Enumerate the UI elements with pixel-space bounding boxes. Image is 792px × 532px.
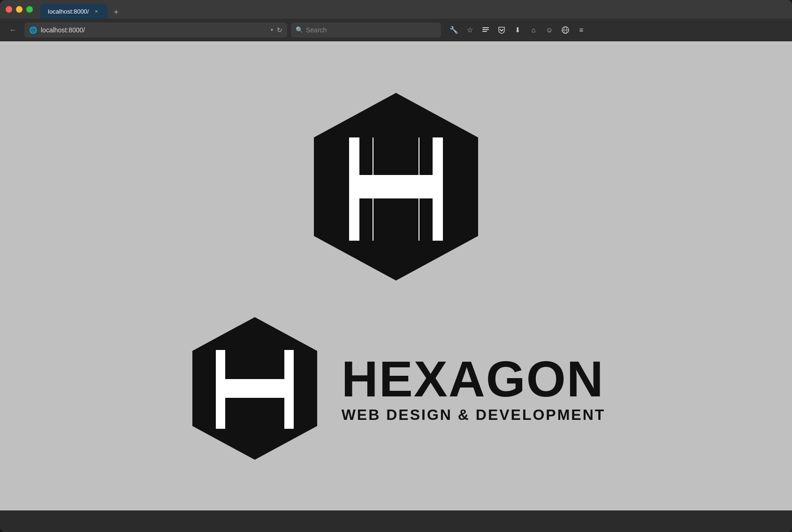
svg-rect-9 bbox=[349, 175, 443, 198]
svg-rect-19 bbox=[225, 398, 235, 429]
small-hex-logo bbox=[187, 313, 323, 464]
brand-row: HEXAGON WEB DESIGN & DEVELOPMENT bbox=[187, 313, 606, 464]
browser-window: localhost:8000/ × + ← 🌐 localhost:8000/ … bbox=[0, 0, 792, 532]
new-tab-button[interactable]: + bbox=[109, 6, 122, 19]
brand-name: HEXAGON bbox=[342, 354, 606, 404]
svg-rect-12 bbox=[419, 137, 433, 175]
minimize-button[interactable] bbox=[16, 6, 23, 13]
address-bar[interactable]: 🌐 localhost:8000/ ▾ ↻ bbox=[24, 23, 287, 38]
wrench-icon[interactable]: 🔧 bbox=[447, 23, 461, 37]
pocket-icon[interactable] bbox=[495, 23, 509, 37]
svg-rect-20 bbox=[275, 350, 284, 379]
search-icon: 🔍 bbox=[296, 26, 303, 33]
svg-rect-21 bbox=[275, 398, 284, 429]
bookmark-icon[interactable]: ☆ bbox=[463, 23, 477, 37]
active-tab[interactable]: localhost:8000/ × bbox=[40, 4, 107, 19]
close-button[interactable] bbox=[6, 6, 12, 13]
svg-rect-10 bbox=[359, 137, 373, 175]
toolbar-icons: 🔧 ☆ ⬇ ⌂ ☺ bbox=[447, 23, 588, 37]
tabs-area: localhost:8000/ × + bbox=[40, 0, 786, 19]
svg-rect-1 bbox=[482, 29, 489, 30]
svg-rect-2 bbox=[482, 31, 487, 32]
reading-list-icon[interactable] bbox=[479, 23, 493, 37]
svg-rect-13 bbox=[419, 198, 433, 241]
browser-content: HEXAGON WEB DESIGN & DEVELOPMENT bbox=[0, 41, 792, 510]
back-icon: ← bbox=[9, 26, 17, 34]
brand-text-block: HEXAGON WEB DESIGN & DEVELOPMENT bbox=[342, 354, 606, 424]
svg-rect-17 bbox=[216, 379, 294, 398]
back-button[interactable]: ← bbox=[6, 23, 21, 38]
traffic-lights bbox=[6, 6, 33, 13]
refresh-icon[interactable]: ↻ bbox=[277, 26, 282, 34]
search-bar[interactable]: 🔍 Search bbox=[291, 23, 441, 38]
title-bar: localhost:8000/ × + bbox=[0, 0, 792, 19]
url-text: localhost:8000/ bbox=[41, 26, 267, 34]
maximize-button[interactable] bbox=[26, 6, 33, 13]
nav-bar: ← 🌐 localhost:8000/ ▾ ↻ 🔍 Search 🔧 ☆ bbox=[0, 19, 792, 41]
download-icon[interactable]: ⬇ bbox=[510, 23, 525, 37]
home-icon[interactable]: ⌂ bbox=[526, 23, 541, 37]
search-placeholder: Search bbox=[306, 26, 327, 34]
svg-rect-18 bbox=[225, 350, 235, 379]
tab-title: localhost:8000/ bbox=[48, 8, 89, 15]
tab-close-icon[interactable]: × bbox=[92, 8, 100, 15]
dropdown-icon[interactable]: ▾ bbox=[271, 27, 273, 32]
brand-tagline: WEB DESIGN & DEVELOPMENT bbox=[342, 406, 606, 424]
feedback-icon[interactable]: ☺ bbox=[542, 23, 556, 37]
svg-rect-0 bbox=[482, 27, 489, 28]
large-logo-container bbox=[307, 88, 485, 285]
svg-rect-11 bbox=[359, 198, 373, 241]
globe-icon: 🌐 bbox=[29, 26, 37, 34]
firefox-icon[interactable] bbox=[558, 23, 572, 37]
large-hex-logo bbox=[307, 88, 485, 285]
menu-icon[interactable]: ≡ bbox=[574, 23, 588, 37]
